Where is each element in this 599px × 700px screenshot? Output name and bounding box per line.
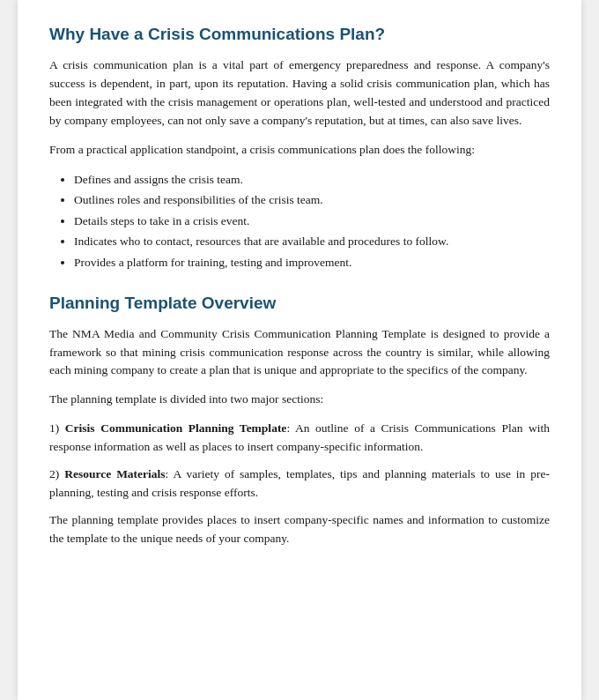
bullet-item-3: Details steps to take in a crisis event. <box>74 212 550 231</box>
section2-paragraph3: The planning template provides places to… <box>49 511 550 548</box>
bullet-item-5: Provides a platform for training, testin… <box>74 253 550 272</box>
bullet-item-2: Outlines roles and responsibilities of t… <box>74 190 550 210</box>
section2-title: Planning Template Overview <box>49 294 550 313</box>
section2-paragraph1: The NMA Media and Community Crisis Commu… <box>49 325 550 381</box>
section2-item2: 2) Resource Materials: A variety of samp… <box>49 465 550 503</box>
item2-bold-label: Resource Materials <box>64 467 165 480</box>
section1-paragraph1: A crisis communication plan is a vital p… <box>49 56 550 130</box>
section1-title: Why Have a Crisis Communications Plan? <box>49 25 550 44</box>
section1-paragraph2: From a practical application standpoint,… <box>49 141 550 160</box>
item1-bold-label: Crisis Communication Planning Template <box>65 421 287 435</box>
item1-number: 1) <box>49 421 59 435</box>
bullet-item-1: Defines and assigns the crisis team. <box>74 170 550 190</box>
section1-bullet-list: Defines and assigns the crisis team. Out… <box>74 170 550 272</box>
section-why-crisis-plan: Why Have a Crisis Communications Plan? A… <box>49 25 550 272</box>
item2-number: 2) <box>49 467 59 480</box>
section2-paragraph2: The planning template is divided into tw… <box>49 391 550 409</box>
page-container: Why Have a Crisis Communications Plan? A… <box>18 0 581 700</box>
bullet-item-4: Indicates who to contact, resources that… <box>74 232 550 251</box>
section-planning-template: Planning Template Overview The NMA Media… <box>49 294 550 548</box>
section2-item1: 1) Crisis Communication Planning Templat… <box>49 420 550 457</box>
